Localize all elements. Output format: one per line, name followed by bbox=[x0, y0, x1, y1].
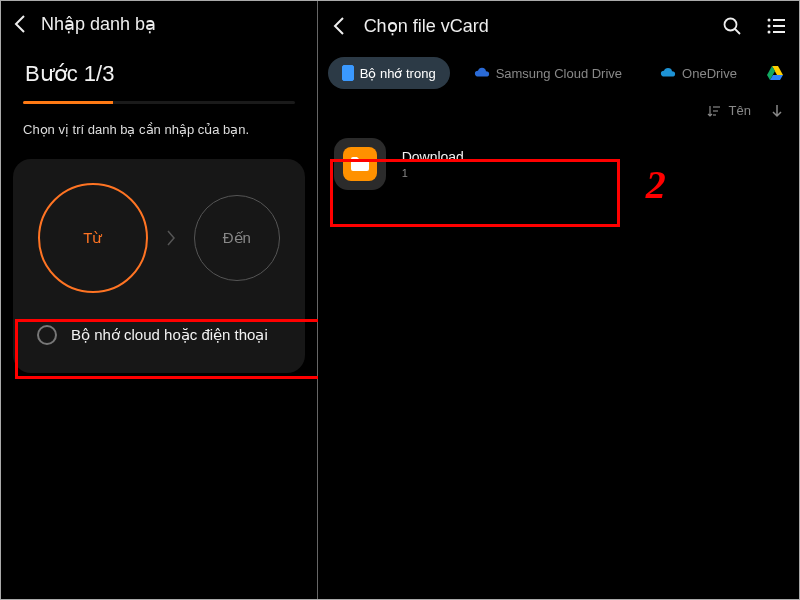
chip-label: Samsung Cloud Drive bbox=[496, 66, 622, 81]
back-icon[interactable] bbox=[330, 17, 348, 35]
from-to-row: Từ Đến bbox=[27, 183, 291, 293]
chip-label: OneDrive bbox=[682, 66, 737, 81]
import-contacts-screen: Nhập danh bạ Bước 1/3 Chọn vị trí danh b… bbox=[1, 1, 317, 599]
chip-label: Bộ nhớ trong bbox=[360, 66, 436, 81]
left-header: Nhập danh bạ bbox=[1, 1, 317, 47]
instruction-text: Chọn vị trí danh bạ cần nhập của bạn. bbox=[1, 104, 317, 145]
to-label: Đến bbox=[223, 229, 251, 247]
left-title: Nhập danh bạ bbox=[41, 13, 156, 35]
chevron-right-icon bbox=[166, 230, 176, 246]
chip-samsung-cloud[interactable]: Samsung Cloud Drive bbox=[460, 57, 636, 89]
radio-icon bbox=[37, 325, 57, 345]
sort-controls[interactable]: Tên bbox=[318, 103, 799, 126]
svg-point-4 bbox=[768, 25, 771, 28]
sort-icon bbox=[707, 104, 721, 118]
chip-google-drive[interactable] bbox=[761, 57, 789, 89]
svg-rect-7 bbox=[773, 31, 785, 33]
sort-label: Tên bbox=[729, 103, 751, 118]
folder-icon bbox=[343, 147, 377, 181]
file-picker-screen: Chọn file vCard Bộ nhớ trong bbox=[318, 1, 799, 599]
to-circle[interactable]: Đến bbox=[194, 195, 280, 281]
svg-rect-3 bbox=[773, 19, 785, 21]
from-circle[interactable]: Từ bbox=[38, 183, 148, 293]
annotation-2: 2 bbox=[646, 161, 666, 208]
sort-direction-icon[interactable] bbox=[771, 104, 783, 118]
google-drive-icon bbox=[767, 65, 783, 81]
svg-point-0 bbox=[725, 19, 737, 31]
list-view-icon[interactable] bbox=[765, 15, 787, 37]
chip-onedrive[interactable]: OneDrive bbox=[646, 57, 751, 89]
right-title: Chọn file vCard bbox=[364, 15, 709, 37]
search-icon[interactable] bbox=[721, 15, 743, 37]
folder-count: 1 bbox=[402, 167, 464, 179]
option-cloud-or-phone[interactable]: Bộ nhớ cloud hoặc điện thoại bbox=[27, 311, 291, 359]
samsung-cloud-icon bbox=[474, 65, 490, 81]
source-card: Từ Đến Bộ nhớ cloud hoặc điện thoại bbox=[13, 159, 305, 373]
folder-thumbnail bbox=[334, 138, 386, 190]
svg-point-6 bbox=[768, 31, 771, 34]
chip-internal-storage[interactable]: Bộ nhớ trong bbox=[328, 57, 450, 89]
phone-icon bbox=[342, 65, 354, 81]
option-label: Bộ nhớ cloud hoặc điện thoại bbox=[71, 326, 268, 344]
folder-name: Download bbox=[402, 149, 464, 165]
right-header: Chọn file vCard bbox=[318, 1, 799, 51]
onedrive-icon bbox=[660, 65, 676, 81]
back-icon[interactable] bbox=[11, 15, 29, 33]
svg-rect-5 bbox=[773, 25, 785, 27]
from-label: Từ bbox=[83, 229, 102, 247]
folder-download[interactable]: Download 1 bbox=[318, 126, 799, 202]
storage-chips: Bộ nhớ trong Samsung Cloud Drive OneDriv… bbox=[318, 51, 799, 103]
folder-info: Download 1 bbox=[402, 149, 464, 179]
svg-point-2 bbox=[768, 19, 771, 22]
step-indicator: Bước 1/3 bbox=[1, 47, 317, 95]
svg-line-1 bbox=[735, 29, 740, 34]
